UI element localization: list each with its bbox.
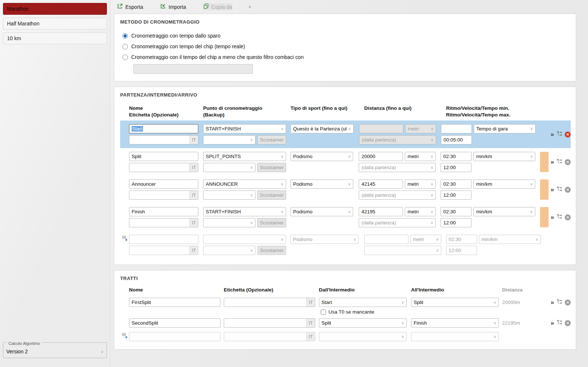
algorithm-select[interactable]: Version 2 ∨ — [6, 349, 104, 354]
label-text-field[interactable] — [224, 319, 306, 327]
chip-time-radio[interactable] — [122, 44, 128, 49]
delete-icon[interactable]: × — [565, 214, 571, 220]
leg-row-firstsplit[interactable]: IT Start∨ Split∨ 20000m » × — [120, 296, 571, 309]
label-text-field[interactable] — [129, 219, 189, 227]
leg-label-input[interactable]: IT — [224, 298, 315, 307]
label-text-field[interactable] — [129, 136, 189, 144]
split-row-split[interactable]: IT SPLIT_POINTS∨ ∨Scostamer Podismo∨ met… — [120, 148, 571, 176]
leg-from-select[interactable]: Start∨ — [319, 298, 407, 307]
use-t0-checkbox[interactable] — [321, 310, 326, 315]
distance-input[interactable] — [359, 179, 403, 189]
sport-select[interactable]: Podismo∨ — [290, 179, 353, 189]
backup-point-select[interactable]: ∨ — [203, 163, 255, 172]
pace-max-input[interactable] — [446, 246, 477, 255]
leg-name-input[interactable] — [129, 298, 220, 307]
split-label-input[interactable]: IT — [129, 246, 198, 255]
distance-ref-select[interactable]: ∨ — [364, 246, 441, 255]
pace-unit-select[interactable]: min/km∨ — [473, 179, 535, 189]
split-row-announcer[interactable]: IT ANNOUNCER∨ ∨Scostamer Podismo∨ metri∨… — [120, 176, 571, 203]
distance-ref-select[interactable]: (dalla partenza)∨ — [359, 218, 436, 227]
pace-min-input[interactable] — [446, 235, 477, 244]
delete-icon[interactable]: × — [565, 187, 571, 193]
expand-icon[interactable]: » — [551, 186, 554, 193]
distance-unit-select[interactable]: metri∨ — [405, 179, 436, 189]
distance-unit-select[interactable]: metri∨ — [410, 235, 441, 244]
chip-filter-radio[interactable] — [122, 55, 128, 60]
label-text-field[interactable] — [224, 332, 306, 341]
leg-to-select[interactable]: Split∨ — [411, 298, 499, 307]
split-label-input[interactable]: IT — [129, 191, 198, 200]
leg-name-input[interactable] — [129, 318, 220, 328]
split-name-input[interactable] — [129, 179, 198, 189]
backup-point-select[interactable]: ∨ — [203, 135, 255, 144]
pace-min-input[interactable] — [441, 152, 472, 161]
split-name-input[interactable] — [129, 235, 198, 244]
pace-min-input[interactable] — [441, 207, 472, 216]
sport-select[interactable]: Podismo∨ — [290, 152, 353, 161]
sport-select[interactable]: Podismo∨ — [290, 235, 359, 244]
sidebar-item-10km[interactable]: 10 km — [3, 32, 107, 44]
leg-name-input[interactable] — [129, 332, 220, 341]
pace-unit-select[interactable]: min/km∨ — [473, 207, 535, 216]
pace-max-input[interactable] — [441, 191, 472, 200]
branch-icon[interactable] — [557, 214, 562, 221]
pace-unit-select[interactable]: min/km∨ — [473, 152, 535, 161]
label-text-field[interactable] — [129, 163, 189, 172]
distance-unit-select[interactable]: metri∨ — [405, 152, 436, 161]
branch-icon[interactable] — [557, 158, 562, 165]
sport-select[interactable]: Podismo∨ — [290, 207, 353, 216]
split-row-new[interactable]: IT ∨ ∨Scostamer Podismo∨ metri∨ ∨ min/km… — [120, 231, 571, 259]
import-button[interactable]: Importa — [160, 3, 186, 10]
distance-ref-select[interactable]: (dalla partenza)∨ — [359, 163, 436, 172]
backup-point-select[interactable]: ∨ — [203, 246, 255, 255]
leg-row-secondsplit[interactable]: IT Split∨ Finish∨ 22195m » × — [120, 316, 571, 330]
distance-ref-select[interactable]: (dalla partenza)∨ — [359, 191, 436, 200]
gun-time-radio[interactable] — [122, 33, 128, 39]
sport-select[interactable]: Questo è la Partenza (ul∨ — [290, 124, 354, 133]
branch-icon[interactable] — [557, 319, 562, 326]
pace-unit-select[interactable]: min/km∨ — [479, 235, 541, 244]
split-label-input[interactable]: IT — [129, 135, 198, 144]
add-row-icon[interactable] — [122, 333, 128, 340]
pace-min-input[interactable] — [441, 179, 472, 189]
split-name-input[interactable] — [129, 207, 198, 216]
copy-dropdown-chevron-icon[interactable]: ∨ — [248, 4, 251, 9]
expand-icon[interactable]: » — [551, 159, 554, 165]
split-row-finish[interactable]: IT START+FINISH∨ ∨Scostamer Podismo∨ met… — [120, 203, 571, 231]
add-row-icon[interactable] — [122, 235, 128, 243]
export-button[interactable]: Esporta — [117, 3, 143, 10]
expand-icon[interactable]: » — [551, 299, 554, 305]
split-name-input[interactable] — [129, 152, 198, 161]
expand-icon[interactable]: » — [551, 214, 554, 220]
split-label-input[interactable]: IT — [129, 163, 198, 172]
leg-label-input[interactable]: IT — [224, 332, 315, 341]
label-text-field[interactable] — [129, 246, 189, 255]
distance-input[interactable] — [359, 207, 403, 216]
sidebar-item-half-marathon[interactable]: Half Marathon — [3, 18, 107, 29]
leg-from-select[interactable]: Split∨ — [319, 318, 407, 328]
timing-point-select[interactable]: START+FINISH∨ — [203, 207, 286, 216]
expand-icon[interactable]: » — [551, 320, 554, 326]
label-text-field[interactable] — [224, 298, 306, 307]
expand-icon[interactable]: » — [551, 131, 554, 137]
backup-point-select[interactable]: ∨ — [203, 218, 255, 227]
branch-icon[interactable] — [557, 131, 562, 138]
pace-unit-select[interactable]: Tempo di gara∨ — [474, 124, 536, 133]
pace-min-input[interactable] — [441, 124, 472, 133]
branch-icon[interactable] — [557, 299, 562, 306]
pace-max-input[interactable] — [441, 163, 472, 172]
split-label-input[interactable]: IT — [129, 218, 198, 227]
timing-point-select[interactable]: START+FINISH∨ — [203, 124, 286, 133]
delete-icon[interactable]: × — [565, 132, 571, 137]
distance-input[interactable] — [359, 152, 403, 161]
branch-icon[interactable] — [557, 186, 562, 193]
timing-point-select[interactable]: ∨ — [203, 235, 286, 244]
delete-icon[interactable]: × — [565, 320, 571, 326]
delete-icon[interactable]: × — [565, 300, 571, 305]
pace-max-input[interactable] — [441, 135, 472, 144]
split-row-start[interactable]: Start IT START+FINISH∨ ∨Scostamer Questo… — [120, 120, 571, 148]
delete-icon[interactable]: × — [565, 159, 571, 165]
backup-point-select[interactable]: ∨ — [203, 191, 255, 200]
timing-point-select[interactable]: ANNOUNCER∨ — [203, 179, 286, 189]
leg-to-select[interactable]: Finish∨ — [411, 318, 499, 328]
